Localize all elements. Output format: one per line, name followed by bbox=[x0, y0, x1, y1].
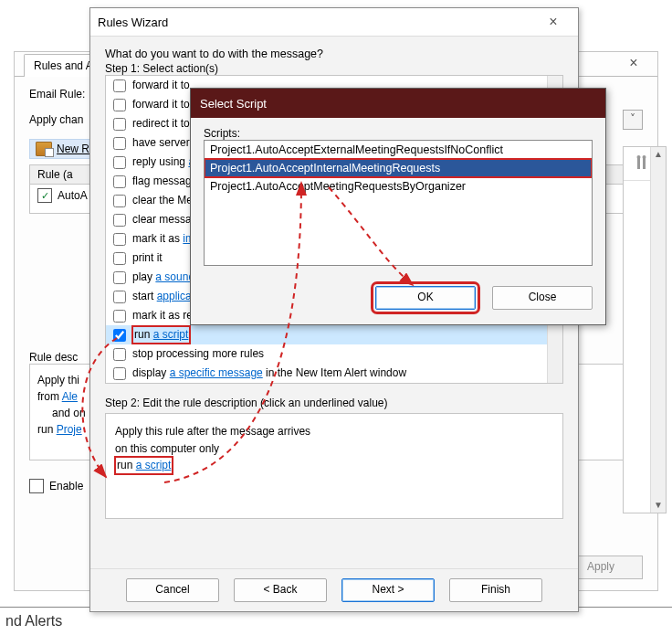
action-row[interactable]: stop processing more rules bbox=[106, 344, 562, 364]
wizard-question: What do you want to do with the message? bbox=[105, 48, 563, 60]
new-rule-label: New R bbox=[57, 143, 89, 155]
action-link[interactable]: a specific message bbox=[170, 366, 263, 379]
action-link[interactable]: a sound bbox=[155, 270, 194, 283]
back-button[interactable]: < Back bbox=[234, 578, 327, 602]
scroll-down-icon[interactable]: ▼ bbox=[651, 498, 666, 513]
new-rule-button[interactable]: New R bbox=[29, 139, 96, 159]
step1-label: Step 1: Select action(s) bbox=[105, 62, 563, 75]
scrollbar[interactable]: ▲ ▼ bbox=[650, 147, 666, 513]
enable-rules-label: Enable bbox=[49, 480, 83, 492]
cancel-button[interactable]: Cancel bbox=[126, 578, 219, 602]
action-checkbox[interactable] bbox=[113, 310, 126, 323]
step2-description-box: Apply this rule after the message arrive… bbox=[105, 413, 563, 519]
svg-rect-1 bbox=[643, 158, 646, 169]
action-checkbox[interactable] bbox=[113, 79, 126, 92]
action-checkbox[interactable] bbox=[113, 252, 126, 265]
next-button[interactable]: Next > bbox=[341, 578, 435, 602]
new-rule-icon bbox=[36, 142, 52, 156]
action-label: mark it as rea bbox=[132, 307, 199, 324]
step2-script-link[interactable]: a script bbox=[136, 459, 172, 471]
rule-enabled-checkbox[interactable]: ✓ bbox=[37, 188, 52, 203]
script-list-item[interactable]: Project1.AutoAcceptMeetingRequestsByOrga… bbox=[205, 177, 592, 196]
step2-label: Step 2: Edit the rule description (click… bbox=[105, 397, 563, 409]
action-checkbox[interactable] bbox=[113, 291, 126, 303]
action-label: print it bbox=[132, 249, 163, 267]
action-checkbox[interactable] bbox=[113, 271, 126, 284]
wizard-title: Rules Wizard bbox=[98, 16, 536, 29]
right-tool-column: ▲ ▼ bbox=[623, 146, 667, 513]
action-label: display a specific message in the New It… bbox=[132, 365, 406, 382]
apply-changes-label: Apply chan bbox=[29, 113, 83, 126]
action-row[interactable]: run a script bbox=[106, 325, 562, 344]
rule-name-cell: AutoA bbox=[58, 189, 88, 202]
action-checkbox[interactable] bbox=[113, 175, 126, 188]
action-label: play a sound bbox=[132, 269, 194, 286]
desc-link[interactable]: Proje bbox=[57, 423, 82, 436]
scroll-up-icon[interactable]: ▲ bbox=[651, 147, 666, 162]
action-checkbox[interactable] bbox=[113, 118, 126, 131]
action-label: forward it to bbox=[132, 96, 190, 113]
scripts-label: Scripts: bbox=[204, 127, 593, 140]
svg-rect-0 bbox=[637, 158, 640, 169]
desc-line: from bbox=[37, 390, 62, 403]
desc-link[interactable]: Ale bbox=[62, 390, 78, 403]
desc-line: run bbox=[37, 423, 57, 436]
close-icon[interactable]: × bbox=[536, 14, 571, 30]
action-label: reply using a bbox=[132, 153, 194, 171]
svg-point-2 bbox=[637, 155, 641, 159]
action-label: clear the Mes bbox=[132, 192, 198, 209]
close-button[interactable]: Close bbox=[492, 286, 593, 310]
action-checkbox[interactable] bbox=[113, 156, 126, 169]
script-list-item[interactable]: Project1.AutoAcceptInternalMeetingReques… bbox=[205, 159, 592, 177]
action-checkbox[interactable] bbox=[113, 348, 126, 361]
action-checkbox[interactable] bbox=[113, 233, 126, 246]
desc-line: Apply thi bbox=[37, 374, 79, 386]
finish-button[interactable]: Finish bbox=[449, 578, 542, 602]
close-icon[interactable]: × bbox=[615, 54, 652, 72]
action-label: forward it to bbox=[132, 77, 190, 94]
step2-run-script-highlight: run a script bbox=[115, 457, 173, 474]
apply-changes-dropdown[interactable]: ˅ bbox=[623, 110, 643, 130]
action-checkbox[interactable] bbox=[113, 137, 126, 150]
ok-button[interactable]: OK bbox=[375, 286, 476, 310]
action-label: run a script bbox=[132, 326, 190, 344]
action-label: flag message bbox=[132, 173, 197, 190]
action-label: redirect it to p bbox=[132, 115, 199, 132]
enable-rules-checkbox[interactable] bbox=[29, 479, 44, 493]
step2-line: Apply this rule after the message arrive… bbox=[115, 423, 553, 440]
action-checkbox[interactable] bbox=[113, 329, 126, 342]
svg-point-3 bbox=[643, 155, 646, 159]
step2-line: on this computer only bbox=[115, 440, 553, 458]
select-script-title: Select Script bbox=[191, 89, 605, 118]
script-list-item[interactable]: Project1.AutoAcceptExternalMeetingReques… bbox=[205, 141, 592, 159]
root: nd Alerts × Rules and A Email Rule: Appl… bbox=[0, 0, 672, 635]
action-checkbox[interactable] bbox=[113, 367, 126, 380]
action-link[interactable]: a script bbox=[153, 328, 189, 341]
step2-run-text: run bbox=[117, 459, 136, 471]
email-rules-label: Email Rule: bbox=[29, 88, 85, 101]
desc-line: and on bbox=[52, 407, 86, 419]
action-label: start applicati bbox=[132, 288, 197, 305]
scripts-listbox[interactable]: Project1.AutoAcceptExternalMeetingReques… bbox=[204, 140, 593, 266]
action-label: stop processing more rules bbox=[132, 345, 264, 363]
action-checkbox[interactable] bbox=[113, 99, 126, 111]
action-row[interactable]: display a specific message in the New It… bbox=[106, 364, 562, 383]
select-script-dialog: Select Script Scripts: Project1.AutoAcce… bbox=[190, 88, 606, 325]
action-checkbox[interactable] bbox=[113, 195, 126, 207]
action-row[interactable]: display a Desktop Alert bbox=[106, 383, 562, 384]
action-checkbox[interactable] bbox=[113, 214, 126, 227]
